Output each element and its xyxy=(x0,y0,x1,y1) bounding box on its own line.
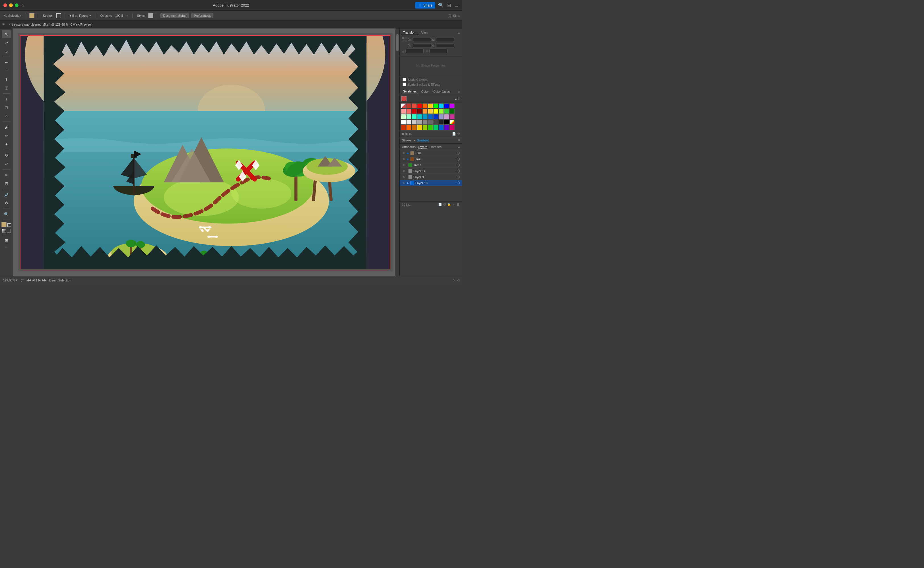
rotate-tool[interactable]: ↻ xyxy=(2,151,11,159)
zoom-chevron[interactable]: ▾ xyxy=(16,278,18,282)
warp-tool[interactable]: ≈ xyxy=(2,171,11,179)
swatch-black[interactable] xyxy=(444,119,449,125)
next-icon[interactable]: ▶ xyxy=(38,278,41,282)
select-tool[interactable]: ↖ xyxy=(2,30,11,38)
swatch-item[interactable] xyxy=(428,114,433,119)
layer-trail[interactable]: 👁 ▶ Trail xyxy=(400,156,462,162)
shaper-tool[interactable]: ✦ xyxy=(2,140,11,148)
layer-target[interactable] xyxy=(457,158,460,160)
minimize-button[interactable] xyxy=(9,3,13,7)
swatch-item[interactable] xyxy=(449,103,455,109)
layer-target[interactable] xyxy=(457,169,460,172)
paintbrush-tool[interactable]: 🖌 xyxy=(2,123,11,131)
swatch-item[interactable] xyxy=(449,109,455,114)
delete-layer-icon[interactable]: 🗑 xyxy=(457,202,460,207)
tab-artboards[interactable]: Artboards xyxy=(402,145,416,148)
swatch-item[interactable] xyxy=(439,114,444,119)
swatch-item[interactable] xyxy=(412,109,417,114)
swatch-item[interactable] xyxy=(422,103,428,109)
swatch-item[interactable] xyxy=(428,119,433,125)
blend-tool[interactable]: ⥁ xyxy=(2,199,11,207)
eye-icon[interactable]: 👁 xyxy=(402,175,406,179)
panel-menu-icon[interactable]: ≡ xyxy=(458,31,460,35)
new-swatch-icon[interactable]: 📄 xyxy=(452,132,456,136)
swatch-item[interactable] xyxy=(444,125,449,130)
more-tools[interactable]: ··· xyxy=(5,246,8,249)
ellipse-tool[interactable]: ○ xyxy=(2,112,11,120)
layer-10[interactable]: 👁 ▶ Layer 10 xyxy=(400,180,462,186)
arrange-icon[interactable]: ⊞ xyxy=(449,14,451,18)
swatch-item[interactable] xyxy=(412,103,417,109)
swatch-item[interactable] xyxy=(412,125,417,130)
fullscreen-button[interactable] xyxy=(15,3,18,7)
layer-expand-arrow[interactable]: ▶ xyxy=(407,152,409,154)
expand-icon[interactable]: ▷ xyxy=(453,278,455,282)
layer-target[interactable] xyxy=(457,164,460,166)
prev-icon[interactable]: ◀ xyxy=(32,278,35,282)
document-setup-button[interactable]: Document Setup xyxy=(160,13,189,18)
tab-transform[interactable]: Transform xyxy=(402,30,419,35)
style-box[interactable] xyxy=(148,13,153,18)
swatch-item[interactable] xyxy=(428,125,433,130)
layer-expand-arrow[interactable]: ▶ xyxy=(407,158,409,160)
swatch-item[interactable] xyxy=(449,125,455,130)
swatch-item[interactable] xyxy=(428,109,433,114)
scale-strokes-checkbox[interactable] xyxy=(402,83,406,86)
next-page-icon[interactable]: ▶▶ xyxy=(42,278,47,282)
swatch-list-icon[interactable]: ≡ xyxy=(455,97,457,101)
stroke-width-dropdown[interactable]: ● 5 pt. Round ▾ xyxy=(68,13,92,18)
properties-icon[interactable]: ⊟ xyxy=(453,14,456,18)
swatch-item[interactable] xyxy=(439,125,444,130)
x-input[interactable] xyxy=(413,38,431,42)
swatch-item[interactable] xyxy=(417,125,422,130)
lock-layer-icon[interactable]: 🔒 xyxy=(447,202,451,207)
reference-point[interactable] xyxy=(402,37,408,42)
canvas-area[interactable] xyxy=(13,29,399,276)
touch-type-tool[interactable]: ⌶ xyxy=(2,84,11,92)
direct-select-tool[interactable]: ↗ xyxy=(2,39,11,47)
swatch-item[interactable] xyxy=(417,109,422,114)
swatch-item[interactable] xyxy=(433,109,439,114)
swatch-item[interactable] xyxy=(433,114,439,119)
current-swatch[interactable] xyxy=(401,96,407,101)
swatch-item[interactable] xyxy=(401,114,406,119)
scale-corners-checkbox[interactable] xyxy=(402,78,406,82)
swatch-item[interactable] xyxy=(444,114,449,119)
angle-input[interactable] xyxy=(405,49,424,53)
preferences-button[interactable]: Preferences xyxy=(191,13,213,18)
home-icon[interactable]: ⌂ xyxy=(21,3,24,8)
grid-icon[interactable]: ⊞ xyxy=(447,3,451,8)
swatch-item[interactable] xyxy=(401,125,406,130)
swatch-item[interactable] xyxy=(422,119,428,125)
swatch-item[interactable] xyxy=(433,125,439,130)
tab-color[interactable]: Color xyxy=(420,89,430,94)
layer-target[interactable] xyxy=(457,181,460,184)
tab-layers[interactable]: Layers xyxy=(418,145,427,149)
stroke-swatch[interactable] xyxy=(8,223,11,227)
eye-icon[interactable]: 👁 xyxy=(402,169,406,173)
vertical-scrollbar[interactable] xyxy=(395,29,399,276)
swatch-item[interactable] xyxy=(406,114,412,119)
delete-swatch-icon[interactable]: 🗑 xyxy=(457,132,460,136)
tab-align[interactable]: Align xyxy=(420,30,429,35)
swatch-pattern-icon[interactable]: ⊞ xyxy=(409,132,412,136)
y-input[interactable] xyxy=(413,44,431,48)
swatch-item[interactable] xyxy=(444,103,449,109)
document-tab[interactable]: ✕ treasuremap-cleaned-v5.ai* @ 129.88 % … xyxy=(6,22,95,27)
swatch-pattern[interactable] xyxy=(449,119,455,125)
zoom-tool[interactable]: 🔍 xyxy=(2,210,11,218)
fill-swatch[interactable] xyxy=(2,222,6,227)
swatch-item[interactable] xyxy=(449,114,455,119)
stroke-panel-tab[interactable]: Stroke xyxy=(402,139,411,142)
tab-swatches[interactable]: Swatches xyxy=(402,89,418,94)
pen-tool[interactable]: ✒ xyxy=(2,58,11,66)
w-input[interactable] xyxy=(436,38,454,42)
layer-9[interactable]: 👁 Layer 9 xyxy=(400,174,462,180)
color-mode-btn[interactable] xyxy=(2,229,6,233)
swatch-item[interactable] xyxy=(433,103,439,109)
move-to-layer-icon[interactable]: ⬡ xyxy=(443,202,446,207)
swatch-item[interactable] xyxy=(422,114,428,119)
tab-libraries[interactable]: Libraries xyxy=(430,145,442,148)
swatch-item[interactable] xyxy=(417,114,422,119)
swatch-item[interactable] xyxy=(406,103,412,109)
